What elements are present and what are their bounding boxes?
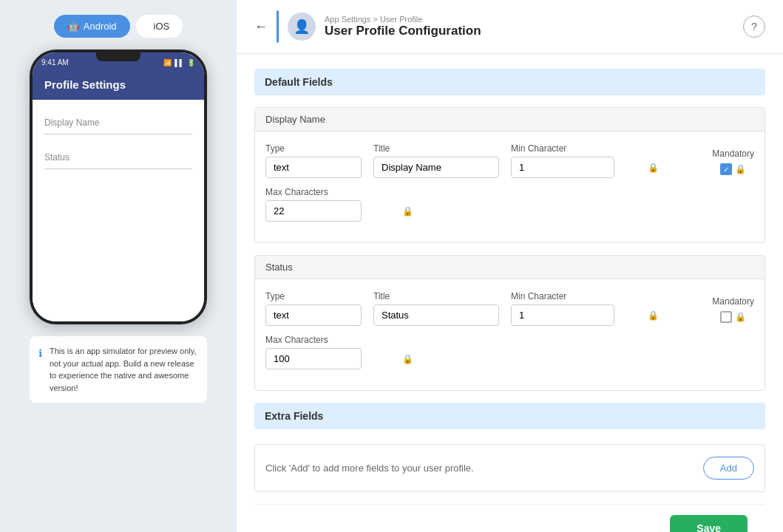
header-text: App Settings > User Profile User Profile… bbox=[325, 15, 734, 38]
display-name-card-body: Type 🔒 Title Min Character bbox=[255, 132, 765, 242]
status-maxchar-lock-icon: 🔒 bbox=[402, 354, 413, 364]
default-fields-section-header: Default Fields bbox=[254, 69, 765, 95]
status-title-input[interactable] bbox=[382, 310, 506, 321]
android-icon: 🤖 bbox=[67, 21, 79, 32]
display-name-form-row-2: Max Characters 🔒 bbox=[265, 187, 754, 222]
status-card-body: Type 🔒 Title Min Character bbox=[255, 279, 765, 390]
status-mandatory-lock-icon: 🔒 bbox=[735, 312, 746, 322]
phone-mockup: 9:41 AM 📶 ▌▌ 🔋 Profile Settings Display … bbox=[30, 50, 207, 324]
ios-label: iOS bbox=[154, 21, 170, 32]
back-button[interactable]: ← bbox=[254, 19, 268, 35]
status-mandatory-label: Mandatory bbox=[712, 296, 754, 307]
display-name-mandatory-checkbox[interactable] bbox=[720, 163, 732, 175]
status-title-input-wrap bbox=[373, 304, 499, 326]
display-name-mandatory-section: Mandatory 🔒 bbox=[712, 149, 754, 178]
display-name-maxchar-label: Max Characters bbox=[265, 187, 362, 197]
phone-status-icons: 📶 ▌▌ 🔋 bbox=[163, 59, 195, 66]
status-minchar-input-wrap: 🔒 bbox=[511, 304, 614, 326]
display-name-maxchar-lock-icon: 🔒 bbox=[402, 206, 413, 216]
status-maxchar-group: Max Characters 🔒 bbox=[265, 335, 362, 369]
phone-display-name-label: Display Name bbox=[44, 117, 100, 128]
page-header: ← 👤 App Settings > User Profile User Pro… bbox=[237, 0, 783, 54]
add-field-button[interactable]: Add bbox=[703, 457, 754, 480]
breadcrumb: App Settings > User Profile bbox=[325, 15, 734, 24]
info-text: This is an app simulator for preview onl… bbox=[50, 345, 198, 394]
display-name-maxchar-group: Max Characters 🔒 bbox=[265, 187, 362, 222]
status-minchar-label: Min Character bbox=[511, 291, 614, 301]
status-title-group: Title bbox=[373, 291, 499, 326]
info-box: ℹ This is an app simulator for preview o… bbox=[30, 336, 207, 403]
help-icon: ? bbox=[751, 21, 757, 33]
page-title: User Profile Configuration bbox=[325, 24, 734, 38]
wifi-icon: 📶 bbox=[163, 59, 172, 66]
display-name-type-label: Type bbox=[265, 143, 362, 154]
android-label: Android bbox=[84, 21, 117, 32]
status-form-row-2: Max Characters 🔒 bbox=[265, 335, 754, 369]
extra-fields-body: Click 'Add' to add more fields to your u… bbox=[255, 445, 765, 491]
footer-bar: Save bbox=[254, 504, 765, 532]
display-name-maxchar-input[interactable] bbox=[274, 205, 398, 216]
display-name-mandatory-label: Mandatory bbox=[712, 149, 754, 159]
display-name-form-row-1: Type 🔒 Title Min Character bbox=[265, 143, 754, 178]
status-maxchar-input[interactable] bbox=[274, 353, 398, 364]
left-panel: 🤖 Android iOS 9:41 AM 📶 ▌▌ 🔋 Profile Set… bbox=[0, 0, 237, 532]
status-minchar-group: Min Character 🔒 bbox=[511, 291, 614, 326]
status-mandatory-section: Mandatory 🔒 bbox=[712, 296, 754, 326]
status-card: Status Type 🔒 Title bbox=[254, 255, 765, 391]
battery-icon: 🔋 bbox=[187, 59, 195, 66]
status-minchar-input[interactable] bbox=[519, 310, 643, 321]
android-button[interactable]: 🤖 Android bbox=[54, 15, 130, 38]
status-card-header: Status bbox=[255, 256, 765, 279]
status-type-label: Type bbox=[265, 291, 362, 301]
status-form-row-1: Type 🔒 Title Min Character bbox=[265, 291, 754, 326]
display-name-card: Display Name Type 🔒 Title bbox=[254, 107, 765, 243]
status-type-group: Type 🔒 bbox=[265, 291, 362, 326]
signal-icon: ▌▌ bbox=[174, 59, 184, 66]
display-name-title-input[interactable] bbox=[382, 162, 506, 173]
status-type-input-wrap: 🔒 bbox=[265, 304, 362, 326]
display-name-minchar-label: Min Character bbox=[511, 143, 614, 154]
phone-profile-title: Profile Settings bbox=[44, 78, 126, 91]
display-name-title-label: Title bbox=[373, 143, 499, 154]
phone-time: 9:41 AM bbox=[41, 58, 69, 66]
display-name-minchar-input-wrap: 🔒 bbox=[511, 157, 614, 178]
platform-toggle: 🤖 Android iOS bbox=[54, 15, 183, 38]
display-name-type-input-wrap: 🔒 bbox=[265, 157, 362, 178]
status-title-label: Title bbox=[373, 291, 499, 301]
phone-status-field: Status bbox=[44, 146, 192, 169]
display-name-title-input-wrap bbox=[373, 157, 499, 178]
phone-status-label: Status bbox=[44, 152, 70, 163]
page-content: Default Fields Display Name Type 🔒 Title bbox=[237, 54, 783, 532]
phone-notch bbox=[96, 52, 140, 61]
display-name-minchar-lock-icon: 🔒 bbox=[648, 163, 659, 173]
status-mandatory-controls: 🔒 bbox=[720, 311, 746, 323]
phone-display-name-field: Display Name bbox=[44, 112, 192, 134]
status-minchar-lock-icon: 🔒 bbox=[648, 310, 659, 321]
extra-fields-card: Click 'Add' to add more fields to your u… bbox=[254, 444, 765, 492]
display-name-minchar-input[interactable] bbox=[519, 162, 643, 173]
help-button[interactable]: ? bbox=[743, 16, 765, 38]
display-name-maxchar-input-wrap: 🔒 bbox=[265, 200, 362, 222]
phone-body: Display Name Status bbox=[33, 100, 204, 321]
header-user-icon: 👤 bbox=[288, 13, 316, 41]
ios-button[interactable]: iOS bbox=[136, 15, 183, 38]
right-panel: ← 👤 App Settings > User Profile User Pro… bbox=[237, 0, 783, 532]
status-mandatory-checkbox[interactable] bbox=[720, 311, 732, 323]
extra-fields-placeholder-text: Click 'Add' to add more fields to your u… bbox=[265, 463, 474, 474]
phone-header: Profile Settings bbox=[33, 69, 204, 100]
display-name-card-header: Display Name bbox=[255, 108, 765, 132]
status-maxchar-input-wrap: 🔒 bbox=[265, 348, 362, 369]
display-name-type-group: Type 🔒 bbox=[265, 143, 362, 178]
extra-fields-section-header: Extra Fields bbox=[254, 403, 765, 429]
save-button[interactable]: Save bbox=[670, 515, 748, 532]
status-maxchar-label: Max Characters bbox=[265, 335, 362, 345]
display-name-minchar-group: Min Character 🔒 bbox=[511, 143, 614, 178]
display-name-mandatory-controls: 🔒 bbox=[720, 163, 746, 175]
info-icon: ℹ bbox=[38, 346, 42, 394]
header-divider bbox=[277, 10, 279, 43]
display-name-mandatory-lock-icon: 🔒 bbox=[735, 164, 746, 174]
display-name-title-group: Title bbox=[373, 143, 499, 178]
